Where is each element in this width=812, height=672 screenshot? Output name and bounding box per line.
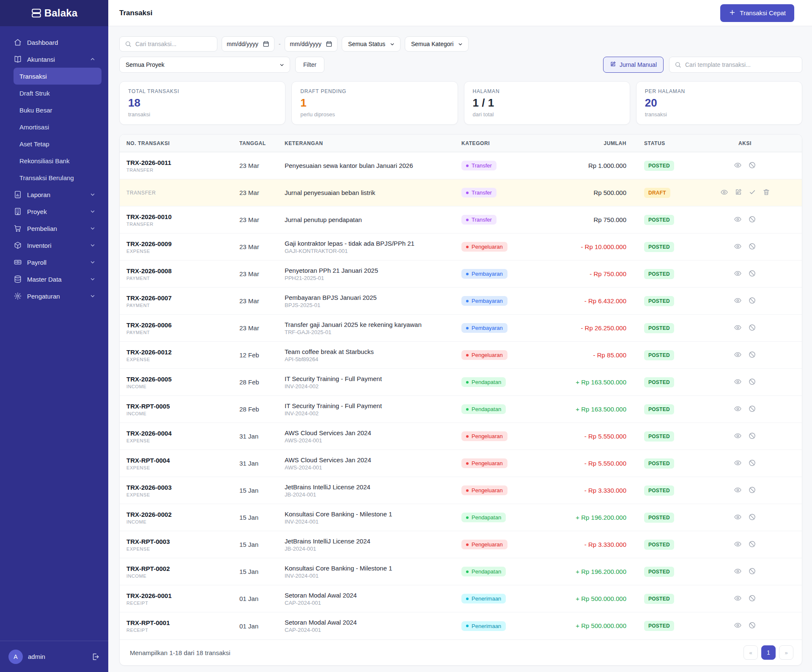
column-header-no-transaksi: NO. TRANSAKSI: [120, 140, 239, 146]
current-page-button[interactable]: 1: [761, 645, 776, 660]
view-button[interactable]: [734, 161, 742, 170]
transaction-number: TRX-2026-0006: [126, 321, 239, 329]
summary-card-draft-pending: DRAFT PENDING1perlu diproses: [291, 81, 458, 125]
row-actions: [707, 432, 802, 441]
view-button[interactable]: [734, 378, 742, 387]
transaction-date: 15 Jan: [239, 541, 285, 548]
view-button[interactable]: [734, 405, 742, 414]
void-button[interactable]: [748, 513, 756, 522]
void-button[interactable]: [748, 486, 756, 495]
approve-button[interactable]: [749, 188, 756, 197]
transaction-number: TRX-2026-0001: [126, 592, 239, 599]
void-button[interactable]: [748, 324, 756, 333]
sidebar-item-pembelian[interactable]: Pembelian: [7, 220, 102, 237]
view-button[interactable]: [734, 432, 742, 441]
void-button[interactable]: [748, 242, 756, 252]
view-button[interactable]: [734, 242, 742, 252]
sidebar-item-master-data[interactable]: Master Data: [7, 271, 102, 288]
view-button[interactable]: [734, 296, 742, 306]
category-badge: Pengeluaran: [461, 458, 508, 468]
ban-icon: [748, 378, 756, 387]
void-button[interactable]: [748, 594, 756, 603]
logout-icon[interactable]: [91, 653, 100, 661]
view-button[interactable]: [734, 567, 742, 576]
view-button[interactable]: [734, 621, 742, 631]
transaction-reference: PPH21-2025-01: [285, 275, 461, 281]
date-to-field[interactable]: mm/dd/yyyy: [285, 36, 337, 52]
sidebar-item-transaksi-berulang[interactable]: Transaksi Berulang: [14, 169, 102, 186]
quick-transaction-button[interactable]: Transaksi Cepat: [720, 4, 794, 22]
transaction-search-input[interactable]: [135, 41, 212, 47]
template-search-input[interactable]: [685, 61, 797, 68]
sidebar-item-inventori[interactable]: Inventori: [7, 237, 102, 254]
status-badge: POSTED: [644, 485, 674, 496]
void-button[interactable]: [748, 459, 756, 468]
column-header-tanggal: TANGGAL: [239, 140, 285, 146]
void-button[interactable]: [748, 269, 756, 279]
project-select[interactable]: Semua Proyek: [119, 57, 290, 73]
void-button[interactable]: [748, 567, 756, 576]
view-button[interactable]: [734, 215, 742, 225]
transaction-number: TRX-2026-0009: [126, 240, 239, 247]
view-button[interactable]: [734, 486, 742, 495]
sidebar-item-dashboard[interactable]: Dashboard: [7, 34, 102, 51]
sidebar-item-payroll[interactable]: Payroll: [7, 254, 102, 271]
category-dot-icon: [466, 300, 469, 302]
view-button[interactable]: [734, 269, 742, 279]
sidebar-item-draft-struk[interactable]: Draft Struk: [14, 85, 102, 101]
category-select[interactable]: Semua Kategori: [405, 36, 469, 52]
transaction-date: 15 Jan: [239, 568, 285, 575]
transaction-date: 15 Jan: [239, 514, 285, 521]
sidebar-item-rekonsiliasi-bank[interactable]: Rekonsiliasi Bank: [14, 152, 102, 169]
card-value: 1: [300, 96, 449, 110]
status-badge: POSTED: [644, 161, 674, 171]
category-badge: Pengeluaran: [461, 431, 508, 441]
delete-button[interactable]: [763, 188, 770, 197]
void-button[interactable]: [748, 540, 756, 549]
edit-button[interactable]: [735, 188, 742, 197]
transaction-amount: + Rp 163.500.000: [576, 406, 626, 413]
manual-journal-button[interactable]: Jurnal Manual: [603, 57, 664, 73]
view-button[interactable]: [734, 513, 742, 522]
view-button[interactable]: [734, 324, 742, 333]
view-button[interactable]: [734, 459, 742, 468]
transaction-type: INCOME: [126, 519, 239, 524]
void-button[interactable]: [748, 161, 756, 170]
chevron-down-icon: [90, 276, 96, 282]
sidebar-item-buku-besar[interactable]: Buku Besar: [14, 101, 102, 118]
transaction-description: Konsultasi Core Banking - Milestone 1: [285, 565, 461, 572]
user-band: A admin: [0, 641, 108, 672]
void-button[interactable]: [748, 378, 756, 387]
sidebar-item-pengaturan[interactable]: Pengaturan: [7, 288, 102, 304]
content: mm/dd/yyyy - mm/dd/yyyy Semua Status Sem…: [108, 26, 812, 666]
sidebar-item-aset-tetap[interactable]: Aset Tetap: [14, 135, 102, 152]
void-button[interactable]: [748, 296, 756, 306]
eye-icon: [734, 513, 742, 522]
void-button[interactable]: [748, 621, 756, 631]
sidebar-item-laporan[interactable]: Laporan: [7, 186, 102, 203]
view-button[interactable]: [734, 594, 742, 603]
filter-button[interactable]: Filter: [295, 57, 324, 73]
row-actions: [707, 513, 802, 522]
view-button[interactable]: [734, 540, 742, 549]
sidebar-item-transaksi[interactable]: Transaksi: [14, 68, 102, 85]
void-button[interactable]: [748, 405, 756, 414]
category-badge: Pengeluaran: [461, 350, 508, 360]
previous-page-button[interactable]: «: [743, 645, 758, 660]
summary-cards: TOTAL TRANSAKSI18transaksiDRAFT PENDING1…: [119, 81, 802, 125]
void-button[interactable]: [748, 432, 756, 441]
view-button[interactable]: [720, 188, 728, 197]
transaction-reference: INV-2024-001: [285, 518, 461, 525]
sidebar-item-proyek[interactable]: Proyek: [7, 203, 102, 220]
void-button[interactable]: [748, 351, 756, 360]
category-badge: Transfer: [461, 215, 497, 225]
date-from-field[interactable]: mm/dd/yyyy: [222, 36, 274, 52]
sidebar-item-akuntansi[interactable]: Akuntansi: [7, 51, 102, 68]
view-button[interactable]: [734, 351, 742, 360]
next-page-button[interactable]: »: [779, 645, 793, 660]
void-button[interactable]: [748, 215, 756, 225]
sidebar-item-amortisasi[interactable]: Amortisasi: [14, 118, 102, 135]
ban-icon: [748, 269, 756, 279]
status-badge: POSTED: [644, 431, 674, 442]
status-select[interactable]: Semua Status: [342, 36, 401, 52]
